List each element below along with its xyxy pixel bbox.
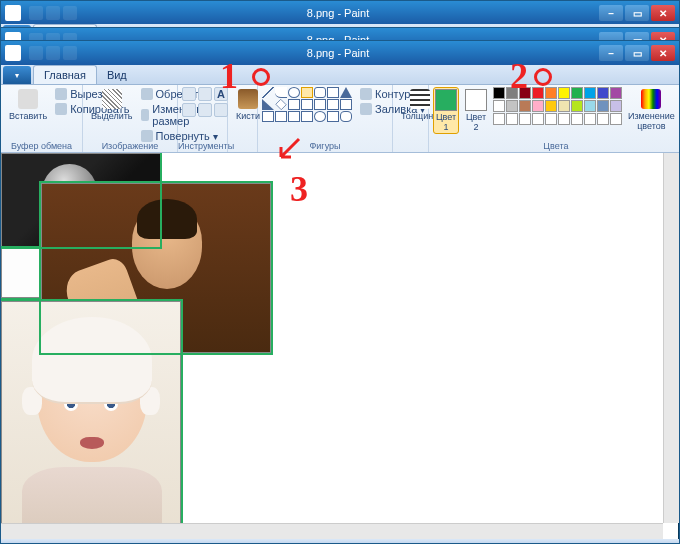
shape-arrow-left-icon[interactable] [327,99,339,110]
maximize-button[interactable]: ▭ [625,45,649,61]
shape-rectangle-icon[interactable] [301,87,313,98]
group-label-colors: Цвета [429,141,680,151]
brush-icon [238,89,258,109]
color1-swatch [435,89,457,111]
qat-redo-icon[interactable] [63,46,77,60]
color-swatch-26[interactable] [571,113,583,125]
color-swatch-21[interactable] [506,113,518,125]
qat-redo-icon[interactable] [63,6,77,20]
titlebar-3[interactable]: 8.png - Paint – ▭ ✕ [1,41,679,65]
group-label-image: Изображение [83,141,177,151]
color-swatch-9[interactable] [610,87,622,99]
color-swatch-22[interactable] [519,113,531,125]
magnifier-tool-icon[interactable] [214,103,228,117]
shape-arrow-right-icon[interactable] [314,99,326,110]
shape-pentagon-icon[interactable] [288,99,300,110]
size-icon [410,89,430,109]
qat-save-icon[interactable] [29,6,43,20]
maximize-button[interactable]: ▭ [625,5,649,21]
color-swatch-29[interactable] [610,113,622,125]
quick-access-toolbar[interactable] [29,6,77,20]
color2-swatch [465,89,487,111]
color-swatch-23[interactable] [532,113,544,125]
shape-oval-icon[interactable] [288,87,300,98]
window-title-3: 8.png - Paint [77,47,599,59]
qat-undo-icon[interactable] [46,46,60,60]
select-button[interactable]: Выделить [87,87,137,123]
group-tools: A Инструменты [178,85,228,152]
color-swatch-28[interactable] [597,113,609,125]
shape-star4-icon[interactable] [275,111,287,122]
shape-hexagon-icon[interactable] [301,99,313,110]
color-swatch-11[interactable] [506,100,518,112]
color-swatch-4[interactable] [545,87,557,99]
color-swatch-20[interactable] [493,113,505,125]
shape-polygon-icon[interactable] [327,87,339,98]
edit-colors-button[interactable]: Изменение цветов [624,87,679,133]
eraser-tool-icon[interactable] [182,103,196,117]
color-swatch-18[interactable] [597,100,609,112]
color-swatch-16[interactable] [571,100,583,112]
color-swatch-6[interactable] [571,87,583,99]
color-swatch-8[interactable] [597,87,609,99]
color-swatch-14[interactable] [545,100,557,112]
quick-access-toolbar[interactable] [29,46,77,60]
shape-arrow-up-icon[interactable] [340,99,352,110]
tab-view[interactable]: Вид [97,66,137,84]
color-swatch-17[interactable] [584,100,596,112]
color-swatch-10[interactable] [493,100,505,112]
picker-tool-icon[interactable] [198,103,212,117]
color-swatch-13[interactable] [532,100,544,112]
group-image: Выделить Обрезать Изменить размер Поверн… [83,85,178,152]
shape-diamond-icon[interactable] [275,99,286,110]
qat-undo-icon[interactable] [46,6,60,20]
shape-callout-cloud-icon[interactable] [340,111,352,122]
shape-arrow-down-icon[interactable] [262,111,274,122]
close-button[interactable]: ✕ [651,45,675,61]
shape-star6-icon[interactable] [301,111,313,122]
color1-label: Цвет 1 [435,112,457,132]
horizontal-scrollbar[interactable] [1,523,663,539]
paste-button[interactable]: Вставить [5,87,51,123]
minimize-button[interactable]: – [599,45,623,61]
color-swatch-1[interactable] [506,87,518,99]
group-label-shapes: Фигуры [258,141,392,151]
shape-right-triangle-icon[interactable] [262,99,274,110]
color2-button[interactable]: Цвет 2 [461,87,491,134]
color-swatch-19[interactable] [610,100,622,112]
color-swatch-12[interactable] [519,100,531,112]
color-swatch-24[interactable] [545,113,557,125]
shape-callout-rect-icon[interactable] [327,111,339,122]
color-swatch-0[interactable] [493,87,505,99]
pencil-tool-icon[interactable] [182,87,196,101]
tab-home[interactable]: Главная [33,65,97,84]
color-swatch-3[interactable] [532,87,544,99]
color1-button[interactable]: Цвет 1 [433,87,459,134]
text-tool-icon[interactable]: A [214,87,228,101]
minimize-button[interactable]: – [599,5,623,21]
shape-triangle-icon[interactable] [340,87,352,98]
qat-save-icon[interactable] [29,46,43,60]
color-swatch-25[interactable] [558,113,570,125]
canvas[interactable] [1,153,679,523]
close-button[interactable]: ✕ [651,5,675,21]
fill-tool-icon[interactable] [198,87,212,101]
color-swatch-5[interactable] [558,87,570,99]
color-swatch-2[interactable] [519,87,531,99]
file-menu-button[interactable]: ▾ [3,66,31,84]
titlebar-1[interactable]: 8.png - Paint – ▭ ✕ [1,1,679,25]
shape-roundrect-icon[interactable] [314,87,326,98]
group-colors: Цвет 1 Цвет 2 Изменение цветов Цвета [429,85,680,152]
shape-callout-round-icon[interactable] [314,111,326,122]
window-title-1: 8.png - Paint [77,7,599,19]
shape-line-icon[interactable] [262,87,274,98]
shape-curve-icon[interactable] [275,87,287,98]
vertical-scrollbar[interactable] [663,153,679,523]
color-swatch-27[interactable] [584,113,596,125]
color-swatch-7[interactable] [584,87,596,99]
group-size: Толщина [393,85,429,152]
shapes-gallery[interactable] [262,87,352,122]
shape-star5-icon[interactable] [288,111,300,122]
background-window-1: 8.png - Paint – ▭ ✕ [0,0,680,27]
color-swatch-15[interactable] [558,100,570,112]
